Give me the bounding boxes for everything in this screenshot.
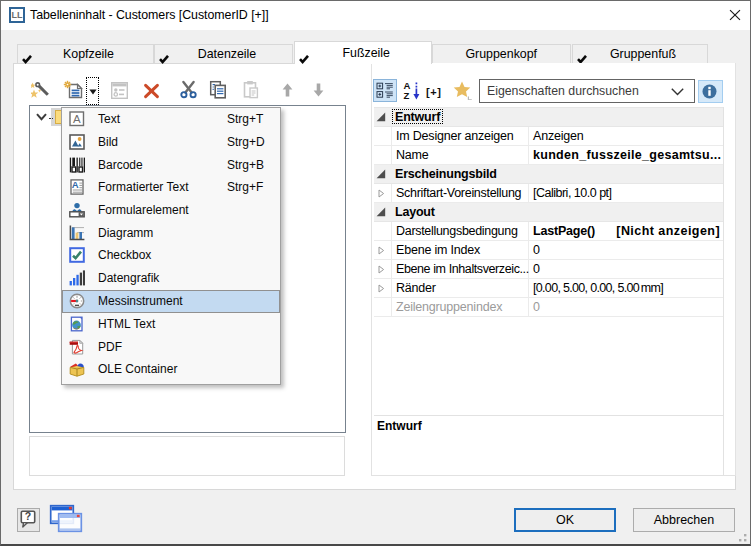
svg-text:A: A	[72, 179, 79, 190]
svg-text:Z: Z	[404, 90, 410, 101]
svg-text:A: A	[73, 113, 81, 125]
svg-text:?: ?	[25, 510, 31, 522]
